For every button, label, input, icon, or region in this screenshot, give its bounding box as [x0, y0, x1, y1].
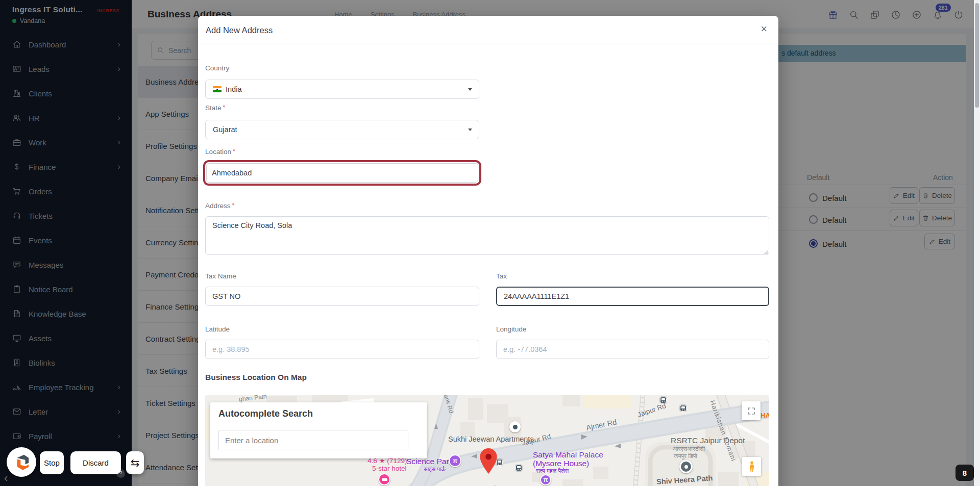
tax-name-label: Tax Name — [205, 272, 236, 280]
map-dot-marker[interactable] — [509, 421, 521, 432]
autocomplete-card: Autocomplete Search — [210, 402, 427, 458]
state-value: Gujarat — [213, 125, 237, 134]
bus-stop-icon — [516, 465, 522, 471]
autocomplete-title: Autocomplete Search — [218, 408, 313, 419]
location-pin-icon[interactable] — [480, 448, 497, 476]
poi-label-hindi: आरएसआरटीसी — [673, 446, 705, 452]
map-section-heading: Business Location On Map — [205, 373, 307, 382]
swap-icon[interactable] — [126, 451, 144, 474]
poi-label: Satya Mahal Palace — [533, 450, 603, 459]
poi-label: (Mysore House) — [533, 459, 589, 468]
scrollbar-thumb[interactable] — [975, 3, 979, 108]
hotel-poi-icon — [378, 473, 390, 485]
chevron-down-icon — [468, 88, 472, 91]
pegman-control[interactable] — [742, 457, 761, 476]
country-select[interactable]: India — [205, 80, 479, 99]
autocomplete-input[interactable] — [218, 430, 408, 450]
modal-title: Add New Address — [206, 25, 273, 35]
chevron-down-icon — [468, 129, 472, 131]
bus-stop-icon — [680, 405, 687, 412]
state-label: State* — [205, 104, 225, 112]
tax-label: Tax — [496, 272, 507, 280]
poi-label: RSRTC Jaipur Depot — [671, 436, 745, 445]
tax-input[interactable] — [496, 287, 769, 306]
route-label: HA — [761, 412, 769, 419]
recorder-logo-button[interactable] — [7, 447, 36, 477]
country-label: Country — [205, 64, 229, 72]
recorder-logo-icon — [11, 452, 32, 472]
close-icon[interactable]: × — [761, 22, 767, 36]
app-root: Ingress IT Soluti... INGRESS Vandana Das… — [0, 0, 980, 486]
pegman-icon — [746, 461, 757, 473]
hotel-type-label: 5-star hotel — [372, 465, 407, 472]
location-input[interactable] — [206, 163, 478, 183]
business-location-map[interactable]: ghan Path ank Rd Sukhi Jeewan Apartments… — [205, 395, 769, 486]
latitude-input[interactable] — [205, 340, 479, 359]
required-asterisk: * — [232, 202, 235, 209]
bus-stop-icon — [660, 397, 667, 403]
divider — [198, 43, 778, 43]
add-new-address-modal: Add New Address × Country India State* G… — [198, 16, 778, 486]
required-asterisk: * — [223, 104, 226, 111]
map-ring-marker[interactable] — [679, 460, 693, 473]
latitude-label: Latitude — [205, 325, 230, 333]
location-label: Location* — [205, 148, 235, 156]
museum-poi-icon: π — [449, 454, 461, 467]
address-label: Address* — [205, 202, 234, 210]
poi-label-hindi: सत्य महल पैलेस — [536, 468, 569, 474]
required-asterisk: * — [233, 148, 235, 155]
country-value: India — [226, 85, 241, 93]
poi-label-hindi: जयपुर डिपो — [674, 453, 697, 459]
fullscreen-button[interactable] — [742, 401, 761, 420]
longitude-input[interactable] — [496, 340, 769, 359]
scrollbar[interactable] — [974, 0, 980, 486]
tax-name-input[interactable] — [205, 287, 479, 306]
address-textarea[interactable]: Science City Road, Sola — [205, 216, 769, 255]
state-select[interactable]: Gujarat — [205, 120, 479, 139]
location-highlight-ring — [203, 160, 481, 186]
page-number-badge: 8 — [955, 465, 974, 481]
chevron-left-icon[interactable]: ‹ — [4, 472, 8, 485]
discard-button[interactable]: Discard — [70, 451, 121, 474]
longitude-label: Longitude — [496, 325, 526, 333]
india-flag-icon — [213, 86, 222, 92]
palace-poi-icon: π — [540, 474, 551, 485]
poi-label-hindi: साइंस पार्क — [424, 466, 446, 473]
place-label: Sukhi Jeewan Apartments — [448, 435, 534, 443]
stop-button[interactable]: Stop — [40, 451, 64, 474]
